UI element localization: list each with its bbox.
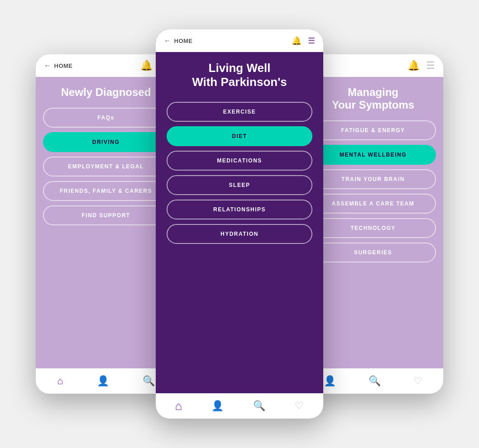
screens-container: ← HOME 🔔 ☰ Newly Diagnosed FAQs DRIVING [36, 25, 443, 423]
center-btn-relationships-label: RELATIONSHIPS [213, 206, 266, 213]
right-bottom-nav: 👤 🔍 ♡ [303, 368, 443, 394]
left-home-label: HOME [54, 62, 73, 69]
left-btn-faqs-label: FAQs [97, 114, 114, 121]
left-header: ← HOME 🔔 ☰ [36, 54, 176, 77]
left-screen: ← HOME 🔔 ☰ Newly Diagnosed FAQs DRIVING [36, 54, 176, 394]
left-btn-employment-label: EMPLOYMENT & LEGAL [68, 163, 144, 170]
right-bell-icon[interactable]: 🔔 [407, 60, 420, 71]
phone-left: ← HOME 🔔 ☰ Newly Diagnosed FAQs DRIVING [36, 54, 176, 394]
center-btn-relationships[interactable]: RELATIONSHIPS [167, 200, 312, 219]
center-nav-person-icon[interactable]: 👤 [211, 400, 224, 412]
right-btn-surgeries[interactable]: SURGERIES [310, 243, 436, 262]
phone-right: 🔔 ☰ ManagingYour Symptoms FATIGUE & ENER… [303, 54, 443, 394]
center-back-arrow: ← [164, 37, 172, 45]
right-menu-icon[interactable]: ☰ [426, 60, 435, 71]
right-btn-fatigue[interactable]: FATIGUE & ENERGY [310, 120, 436, 140]
right-nav-person-icon[interactable]: 👤 [324, 375, 336, 387]
center-btn-exercise-label: EXERCISE [223, 109, 256, 115]
left-content: Newly Diagnosed FAQs DRIVING EMPLOYMENT … [36, 77, 176, 368]
center-btn-diet[interactable]: DIET [167, 126, 312, 146]
center-btn-diet-label: DIET [232, 133, 247, 139]
right-header-icons: 🔔 ☰ [407, 60, 435, 71]
phone-center: ← HOME 🔔 ☰ Living WellWith Parkinson's E… [156, 29, 323, 419]
left-screen-title: Newly Diagnosed [43, 86, 169, 99]
center-btn-hydration-label: HYDRATION [220, 231, 259, 237]
right-btn-surgeries-label: SURGERIES [354, 249, 392, 256]
center-header: ← HOME 🔔 ☰ [156, 29, 323, 52]
center-nav-home-icon[interactable]: ⌂ [175, 399, 182, 413]
center-content: Living WellWith Parkinson's EXERCISE DIE… [156, 52, 323, 393]
center-screen: ← HOME 🔔 ☰ Living WellWith Parkinson's E… [156, 29, 323, 419]
right-nav-search-icon[interactable]: 🔍 [369, 375, 381, 387]
center-btn-sleep[interactable]: SLEEP [167, 175, 312, 195]
center-header-icons: 🔔 ☰ [292, 36, 315, 46]
left-nav-person-icon[interactable]: 👤 [97, 375, 109, 387]
right-header: 🔔 ☰ [303, 54, 443, 77]
left-btn-support[interactable]: FIND SUPPORT [43, 205, 169, 225]
center-btn-hydration[interactable]: HYDRATION [167, 224, 312, 244]
right-screen-title: ManagingYour Symptoms [310, 86, 436, 111]
center-home-label: HOME [174, 38, 193, 44]
left-btn-employment[interactable]: EMPLOYMENT & LEGAL [43, 157, 169, 176]
right-btn-fatigue-label: FATIGUE & ENERGY [341, 127, 405, 133]
center-btn-exercise[interactable]: EXERCISE [167, 102, 312, 122]
left-btn-driving[interactable]: DRIVING [43, 132, 169, 152]
right-nav-heart-icon[interactable]: ♡ [413, 375, 422, 387]
left-nav-search-icon[interactable]: 🔍 [143, 375, 155, 387]
center-back-button[interactable]: ← HOME [164, 37, 193, 45]
left-btn-faqs[interactable]: FAQs [43, 108, 169, 128]
right-btn-brain-label: TRAIN YOUR BRAIN [341, 176, 405, 182]
center-btn-sleep-label: SLEEP [229, 182, 250, 188]
left-btn-friends-label: FRIENDS, FAMILY & CARERS [60, 188, 152, 194]
right-btn-technology-label: TECHNOLOGY [350, 225, 396, 231]
right-btn-mental[interactable]: MENTAL WELLBEING [310, 145, 436, 165]
center-screen-title: Living WellWith Parkinson's [167, 61, 312, 89]
left-btn-friends[interactable]: FRIENDS, FAMILY & CARERS [43, 181, 169, 201]
right-content: ManagingYour Symptoms FATIGUE & ENERGY M… [303, 77, 443, 368]
left-bottom-nav: ⌂ 👤 🔍 [36, 368, 176, 394]
center-btn-medications-label: MEDICATIONS [217, 157, 262, 164]
right-btn-care-label: ASSEMBLE A CARE TEAM [332, 200, 414, 207]
left-btn-driving-label: DRIVING [92, 139, 120, 145]
center-nav-heart-icon[interactable]: ♡ [295, 400, 304, 412]
left-nav-home-icon[interactable]: ⌂ [57, 375, 63, 387]
right-btn-care[interactable]: ASSEMBLE A CARE TEAM [310, 194, 436, 214]
left-back-arrow: ← [44, 62, 52, 70]
center-nav-search-icon[interactable]: 🔍 [253, 400, 265, 412]
left-bell-icon[interactable]: 🔔 [140, 60, 153, 71]
center-bell-icon[interactable]: 🔔 [292, 36, 302, 46]
left-back-button[interactable]: ← HOME [44, 62, 73, 70]
left-btn-support-label: FIND SUPPORT [81, 212, 130, 219]
center-menu-icon[interactable]: ☰ [308, 36, 315, 46]
right-btn-technology[interactable]: TECHNOLOGY [310, 218, 436, 238]
center-btn-medications[interactable]: MEDICATIONS [167, 151, 312, 171]
right-screen: 🔔 ☰ ManagingYour Symptoms FATIGUE & ENER… [303, 54, 443, 394]
right-btn-mental-label: MENTAL WELLBEING [340, 152, 407, 158]
right-btn-brain[interactable]: TRAIN YOUR BRAIN [310, 169, 436, 189]
center-bottom-nav: ⌂ 👤 🔍 ♡ [156, 393, 323, 419]
